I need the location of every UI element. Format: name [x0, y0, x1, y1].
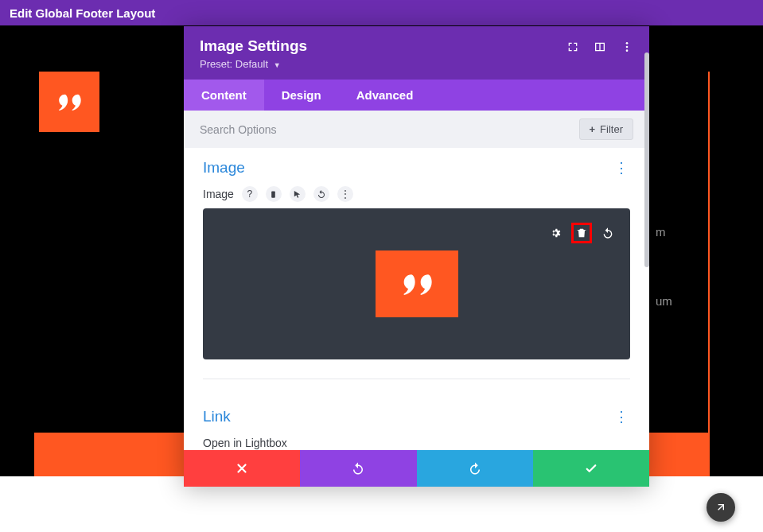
tabs: Content Design Advanced — [184, 80, 649, 111]
undo-icon[interactable] — [600, 225, 616, 241]
preset-prefix: Preset: — [200, 58, 232, 70]
footer-quote-image[interactable] — [39, 72, 99, 132]
bg-text-1: m — [656, 225, 666, 239]
modal-footer — [184, 450, 649, 487]
bg-text-2: um — [656, 294, 672, 308]
quote-icon — [52, 84, 87, 119]
panel-body: Image ⋮ Image ? ⋮ — [184, 148, 649, 450]
preview-actions — [547, 223, 616, 243]
trash-icon[interactable] — [571, 223, 592, 243]
top-bar: Edit Global Footer Layout — [0, 0, 763, 25]
plus-icon: + — [590, 123, 596, 135]
filter-label: Filter — [600, 123, 623, 135]
link-section: Link ⋮ Open in Lightbox NO — [184, 395, 649, 450]
hover-icon[interactable] — [290, 186, 306, 202]
image-section: Image ⋮ Image ? ⋮ — [184, 148, 649, 395]
quote-icon — [395, 262, 439, 306]
svg-point-0 — [626, 42, 629, 45]
expand-icon[interactable] — [566, 41, 579, 53]
cancel-button[interactable] — [184, 450, 300, 487]
columns-icon[interactable] — [594, 41, 606, 53]
save-button[interactable] — [533, 450, 649, 487]
help-icon[interactable]: ? — [242, 186, 258, 202]
section-divider — [203, 379, 630, 379]
field-more-icon[interactable]: ⋮ — [337, 186, 353, 202]
mobile-icon[interactable] — [266, 186, 282, 202]
undo-button[interactable] — [300, 450, 416, 487]
preview-quote-image — [376, 250, 458, 317]
caret-down-icon: ▼ — [274, 61, 281, 69]
image-field-label: Image — [203, 188, 234, 200]
image-section-title: Image — [203, 159, 245, 177]
link-section-title: Link — [203, 408, 231, 425]
tab-content[interactable]: Content — [184, 80, 264, 111]
svg-point-2 — [626, 49, 629, 52]
modal-header: Image Settings Preset: Default ▼ — [184, 26, 649, 80]
redo-button[interactable] — [417, 450, 533, 487]
filter-button[interactable]: + Filter — [579, 118, 633, 140]
lightbox-label: Open in Lightbox — [203, 437, 630, 449]
vertical-divider — [708, 72, 710, 433]
svg-rect-3 — [272, 191, 276, 197]
preset-selector[interactable]: Preset: Default ▼ — [200, 58, 307, 70]
svg-point-1 — [626, 46, 629, 49]
reset-icon[interactable] — [313, 186, 329, 202]
link-section-menu[interactable]: ⋮ — [613, 408, 630, 425]
expand-toggle-button[interactable] — [707, 493, 735, 522]
more-icon[interactable] — [621, 41, 633, 53]
image-section-menu[interactable]: ⋮ — [613, 159, 630, 177]
settings-modal: Image Settings Preset: Default ▼ Content… — [184, 26, 649, 487]
modal-title: Image Settings — [200, 37, 307, 55]
gear-icon[interactable] — [547, 225, 563, 241]
tab-design[interactable]: Design — [264, 80, 339, 111]
image-preview[interactable] — [203, 208, 630, 359]
scrollbar[interactable] — [644, 52, 649, 267]
search-row: Search Options + Filter — [184, 111, 649, 148]
tab-advanced[interactable]: Advanced — [339, 80, 431, 111]
preset-value: Default — [236, 58, 268, 70]
search-input[interactable]: Search Options — [200, 123, 277, 136]
image-field-row: Image ? ⋮ — [203, 186, 630, 202]
page-title: Edit Global Footer Layout — [10, 6, 155, 20]
